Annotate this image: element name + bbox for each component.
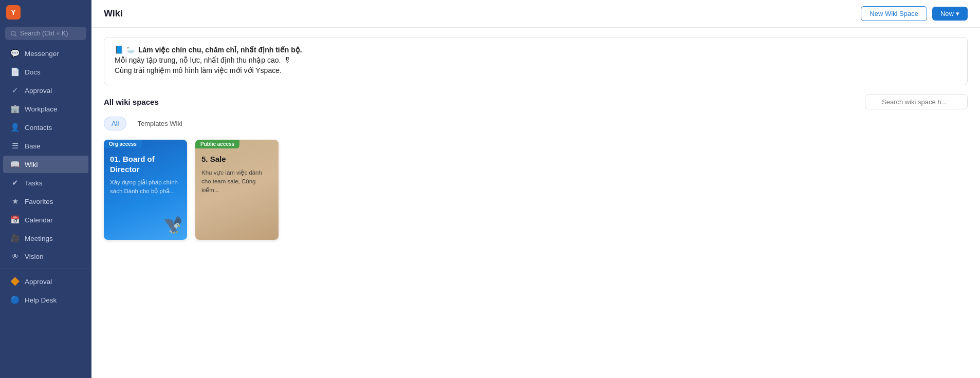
banner-icon-3: 🎖: [284, 56, 291, 64]
tasks-icon: ✔: [10, 178, 20, 187]
sidebar-item-label: Meetings: [25, 235, 53, 242]
sidebar-item-helpdesk[interactable]: 🔵 Help Desk: [3, 291, 88, 309]
sidebar-item-label: Tasks: [25, 179, 43, 187]
new-button-label: New: [940, 10, 954, 17]
wiki-card-sale[interactable]: Public access 5. Sale Khu vực làm việc d…: [195, 140, 279, 240]
sidebar-item-label: Help Desk: [25, 296, 57, 304]
meetings-icon: 🎥: [10, 234, 20, 243]
sidebar-item-workplace[interactable]: 🏢 Workplace: [3, 100, 88, 118]
calendar-icon: 📅: [10, 215, 20, 224]
tab-all[interactable]: All: [104, 117, 126, 130]
search-icon: [10, 30, 17, 37]
messenger-icon: 💬: [10, 49, 20, 58]
wiki-card-board-of-director[interactable]: Org access 01. Board of Director Xây dựn…: [104, 140, 187, 240]
sidebar-item-label: Contacts: [25, 124, 52, 131]
header-actions: New Wiki Space New ▾: [861, 6, 968, 21]
sidebar-item-wiki[interactable]: 📖 Wiki: [3, 156, 88, 173]
banner-icon-2: 🦢: [126, 46, 135, 54]
sidebar-item-label: Docs: [25, 68, 41, 76]
favorites-icon: ★: [10, 197, 20, 206]
bird-decoration-icon: 🦅: [162, 215, 183, 235]
card-description: Xây dựng giải pháp chính sách Dành cho b…: [110, 178, 181, 196]
sidebar-item-meetings[interactable]: 🎥 Meetings: [3, 230, 88, 247]
card-badge-public: Public access: [195, 140, 239, 148]
sidebar-item-label: Approval: [25, 278, 52, 286]
sidebar-item-base[interactable]: ☰ Base: [3, 137, 88, 155]
card-title: 5. Sale: [201, 154, 272, 164]
sidebar-item-approval2[interactable]: 🔶 Approval: [3, 273, 88, 290]
banner-text-1: Làm việc chín chu, chăm chỉ, nhất định t…: [138, 46, 302, 54]
sidebar-item-contacts[interactable]: 👤 Contacts: [3, 119, 88, 136]
card-badge-org: Org access: [104, 140, 142, 148]
card-description: Khu vực làm việc dành cho team sale, Cùn…: [201, 168, 272, 195]
announcement-banner: 📘 🦢 Làm việc chín chu, chăm chỉ, nhất đị…: [104, 37, 968, 85]
sidebar-item-label: Base: [25, 142, 41, 150]
section-header: All wiki spaces: [104, 94, 968, 109]
tab-templates-wiki[interactable]: Templates Wiki: [130, 117, 190, 130]
approval-icon: ✓: [10, 86, 20, 95]
vision-icon: 👁: [10, 252, 20, 261]
banner-line-3: Cùng trải nghiệm mô hình làm việc mới vớ…: [115, 66, 957, 74]
sidebar-item-label: Wiki: [25, 161, 38, 168]
sidebar-item-tasks[interactable]: ✔ Tasks: [3, 174, 88, 192]
page-title: Wiki: [104, 8, 123, 19]
approval2-icon: 🔶: [10, 277, 20, 286]
contacts-icon: 👤: [10, 123, 20, 132]
banner-text-3: Cùng trải nghiệm mô hình làm việc mới vớ…: [115, 66, 282, 74]
new-wiki-space-button[interactable]: New Wiki Space: [861, 6, 927, 21]
sidebar-item-docs[interactable]: 📄 Docs: [3, 63, 88, 81]
new-button[interactable]: New ▾: [932, 7, 968, 21]
sidebar-item-calendar[interactable]: 📅 Calendar: [3, 211, 88, 229]
logo-icon: Y: [6, 5, 21, 20]
helpdesk-icon: 🔵: [10, 295, 20, 305]
wiki-search-wrapper: [865, 94, 968, 109]
workplace-icon: 🏢: [10, 104, 20, 114]
sidebar-item-label: Workplace: [25, 105, 58, 113]
base-icon: ☰: [10, 141, 20, 150]
sidebar-item-vision[interactable]: 👁 Vision: [3, 248, 88, 265]
wiki-tabs: All Templates Wiki: [104, 117, 968, 130]
sidebar-logo: Y: [0, 0, 91, 25]
global-search[interactable]: Search (Ctrl + K): [5, 27, 86, 40]
banner-icon-1: 📘: [115, 46, 123, 54]
docs-icon: 📄: [10, 67, 20, 77]
sidebar-item-label: Favorites: [25, 198, 53, 205]
sidebar-item-label: Calendar: [25, 216, 53, 224]
sidebar-item-label: Messenger: [25, 50, 59, 58]
sidebar-item-favorites[interactable]: ★ Favorites: [3, 193, 88, 210]
page-header: Wiki New Wiki Space New ▾: [91, 0, 980, 28]
sidebar-item-messenger[interactable]: 💬 Messenger: [3, 45, 88, 62]
sidebar: Y Search (Ctrl + K) 💬 Messenger 📄 Docs ✓…: [0, 0, 91, 378]
section-title: All wiki spaces: [104, 98, 159, 106]
banner-line-2: Mỗi ngày tập trung, nỗ lực, nhất định th…: [115, 56, 957, 64]
svg-line-1: [15, 34, 16, 36]
dropdown-chevron-icon: ▾: [956, 10, 959, 17]
banner-line-1: 📘 🦢 Làm việc chín chu, chăm chỉ, nhất đị…: [115, 46, 957, 54]
wiki-spaces-section: All wiki spaces All Templates Wiki: [91, 94, 980, 240]
main-content: Wiki New Wiki Space New ▾ 📘 🦢 Làm việc c…: [91, 0, 980, 378]
banner-text-2: Mỗi ngày tập trung, nỗ lực, nhất định th…: [115, 56, 281, 64]
wiki-icon: 📖: [10, 160, 20, 169]
sidebar-item-label: Approval: [25, 87, 52, 94]
search-placeholder: Search (Ctrl + K): [20, 30, 68, 37]
card-content: 5. Sale Khu vực làm việc dành cho team s…: [195, 140, 279, 240]
wiki-search-input[interactable]: [865, 94, 968, 109]
sidebar-item-approval[interactable]: ✓ Approval: [3, 82, 88, 99]
sidebar-item-label: Vision: [25, 253, 44, 260]
card-title: 01. Board of Director: [110, 154, 181, 174]
wiki-cards-grid: Org access 01. Board of Director Xây dựn…: [104, 140, 968, 240]
